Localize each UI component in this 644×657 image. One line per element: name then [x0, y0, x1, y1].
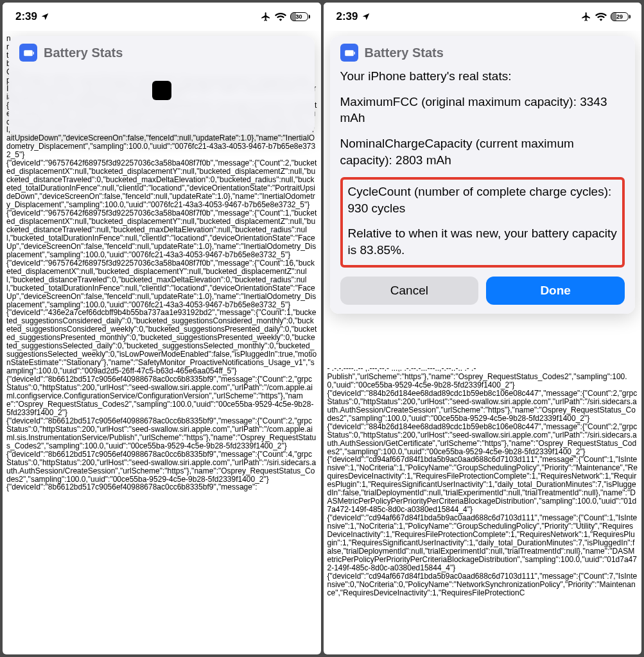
dialog-body: Your iPhone battery's real stats: Maximu… [340, 68, 625, 305]
content-area: n r t b Carri..._.._.... ._._.. ... ..- … [3, 31, 321, 654]
stats-heading: Your iPhone battery's real stats: [340, 68, 625, 85]
dialog-header: Battery Stats [340, 44, 625, 62]
svg-rect-2 [345, 50, 354, 56]
stat-cycle-count: CycleCount (number of complete charge cy… [348, 183, 618, 216]
shortcut-icon [19, 44, 37, 62]
location-icon [361, 12, 370, 21]
dialog-title: Battery Stats [44, 46, 123, 60]
phone-left: 2:39 30 n r t b Carri..._.._.... ._._.. … [3, 3, 321, 654]
highlight-box: CycleCount (number of complete charge cy… [340, 177, 625, 268]
battery-indicator: 29 [611, 12, 629, 21]
status-right: 30 [261, 12, 308, 22]
done-button[interactable]: Done [486, 277, 625, 305]
airplane-icon [581, 12, 591, 22]
dialog-title: Battery Stats [365, 46, 444, 60]
wifi-icon [595, 12, 607, 21]
stat-nominal-capacity: NominalChargeCapacity (current maximum c… [340, 135, 625, 168]
status-bar: 2:39 29 [324, 3, 642, 31]
dialog-header: Battery Stats [19, 44, 304, 62]
dialog-body [19, 81, 304, 100]
status-right: 29 [581, 12, 629, 22]
wifi-icon [275, 12, 286, 21]
content-area: - .-.-.----..-- ,.---,--.- ...,. .-.--.-… [324, 31, 642, 654]
stat-relative-capacity: Relative to when it was new, your batter… [348, 225, 618, 258]
stat-maximum-fcc: MaximumFCC (original maximum capacity): … [340, 94, 625, 126]
status-time: 2:39 [15, 10, 37, 23]
battery-level: 29 [616, 13, 623, 20]
status-bar: 2:39 30 [3, 3, 321, 31]
shortcut-dialog: Battery Stats Your iPhone battery's real… [330, 36, 636, 314]
battery-indicator: 30 [290, 12, 308, 21]
battery-level: 30 [295, 13, 302, 20]
status-left: 2:39 [336, 10, 370, 23]
cancel-button[interactable]: Cancel [340, 277, 479, 305]
shortcut-icon [340, 44, 358, 62]
status-time: 2:39 [336, 10, 358, 23]
shortcut-dialog: Battery Stats [9, 36, 315, 135]
location-icon [40, 12, 49, 21]
dialog-buttons: Cancel Done [340, 277, 625, 305]
svg-rect-3 [354, 52, 355, 55]
svg-rect-1 [33, 52, 35, 55]
airplane-icon [261, 12, 271, 22]
svg-rect-0 [24, 50, 33, 56]
phone-right: 2:39 29 - .-.-.----..-- ,.---,--.- ...,.… [324, 3, 642, 654]
status-left: 2:39 [15, 10, 49, 23]
stop-button[interactable] [152, 81, 171, 100]
